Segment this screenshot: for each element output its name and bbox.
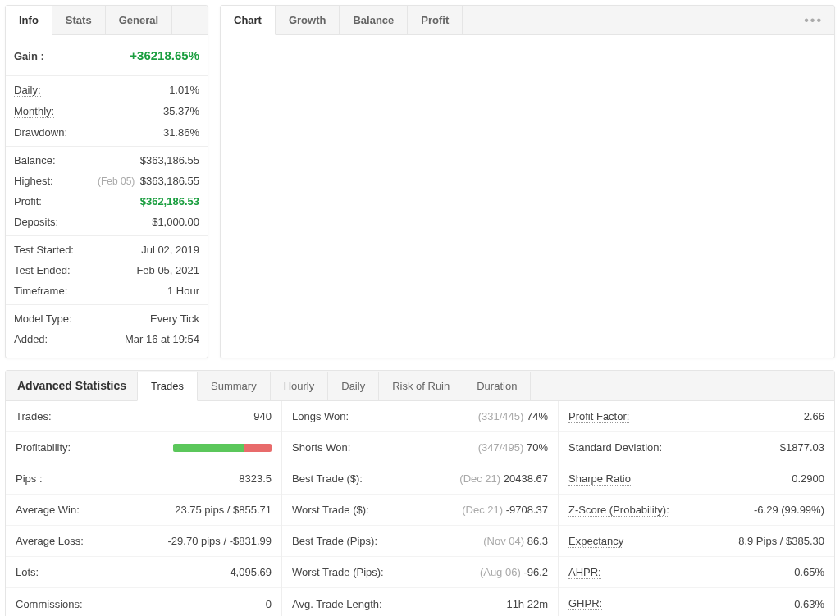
info-row-value: Every Tick (150, 313, 199, 325)
info-row-value: $1,000.00 (152, 216, 199, 228)
profitability-bar (173, 444, 272, 452)
info-row-label: Test Started: (14, 244, 74, 256)
stat-muted: (Aug 06) (480, 566, 523, 578)
adv-tab-riskofruin[interactable]: Risk of Ruin (378, 372, 463, 400)
info-row: Test Started:Jul 02, 2019 (14, 240, 199, 260)
advanced-statistics-panel: Advanced Statistics Trades Summary Hourl… (5, 370, 835, 616)
stat-row: Average Loss:-29.70 pips / -$831.99 (6, 526, 281, 557)
info-row: Profit:$362,186.53 (14, 191, 199, 212)
chart-area (221, 35, 834, 347)
adv-tab-trades[interactable]: Trades (137, 372, 198, 401)
stat-label: Longs Won: (292, 410, 349, 422)
stat-row: Average Win:23.75 pips / $855.71 (6, 495, 281, 526)
stat-row: Shorts Won:(347/495) 70% (282, 432, 558, 463)
stat-muted: (331/445) (478, 410, 527, 422)
stat-label: AHPR: (568, 566, 601, 579)
stat-muted: (Dec 21) (459, 472, 503, 485)
stat-row: Worst Trade (Pips):(Aug 06) -96.2 (282, 557, 558, 588)
stat-value: 23.75 pips / $855.71 (175, 504, 272, 516)
stat-label: Commissions: (16, 598, 83, 610)
stat-muted: (Dec 21) (462, 504, 505, 516)
info-row-date: (Feb 05) (98, 176, 138, 187)
stat-value: 0.65% (794, 566, 824, 578)
gain-label: Gain : (14, 50, 44, 62)
info-row-value: (Feb 05) $363,186.55 (98, 175, 199, 187)
adv-tab-summary[interactable]: Summary (197, 372, 271, 400)
info-row-label: Deposits: (14, 216, 58, 228)
adv-col-1: Trades:940Profitability:Pips :8323.5Aver… (6, 401, 282, 616)
stat-label: Average Loss: (16, 535, 84, 547)
adv-tab-duration[interactable]: Duration (463, 372, 531, 400)
stat-value: 940 (253, 410, 272, 422)
info-row: Drawdown:31.86% (14, 122, 199, 143)
info-row-label: Monthly: (14, 105, 54, 118)
stat-value: (Aug 06) -96.2 (480, 566, 548, 578)
stat-label: Worst Trade ($): (292, 504, 369, 516)
info-row-label: Test Ended: (14, 264, 71, 276)
stat-value: (Dec 21) 20438.67 (459, 472, 548, 485)
stat-row: Best Trade ($):(Dec 21) 20438.67 (282, 463, 558, 495)
stat-value: (Nov 04) 86.3 (483, 535, 548, 547)
chart-panel: Chart Growth Balance Profit ••• (220, 5, 835, 358)
info-row-value: 31.86% (163, 126, 199, 139)
adv-col-3: Profit Factor:2.66Standard Deviation:$18… (559, 401, 834, 616)
info-row: Daily:1.01% (14, 80, 199, 101)
info-row: Timeframe:1 Hour (14, 281, 199, 301)
tab-info[interactable]: Info (6, 6, 52, 35)
stat-value: $1877.03 (780, 441, 824, 454)
stat-label: GHPR: (568, 597, 602, 610)
more-icon[interactable]: ••• (792, 8, 834, 33)
stat-row: Worst Trade ($):(Dec 21) -9708.37 (282, 495, 558, 526)
stat-label: Worst Trade (Pips): (292, 566, 384, 578)
adv-tab-daily[interactable]: Daily (327, 372, 379, 400)
info-row-value: 35.37% (163, 105, 199, 117)
stat-label: Sharpe Ratio (568, 472, 631, 486)
stat-value: (Dec 21) -9708.37 (462, 504, 548, 516)
stat-row: Standard Deviation:$1877.03 (559, 432, 834, 463)
info-row-label: Timeframe: (14, 285, 67, 297)
tab-balance[interactable]: Balance (340, 6, 408, 34)
info-row-label: Drawdown: (14, 126, 67, 139)
stat-value: 8.9 Pips / $385.30 (738, 535, 824, 547)
info-row-value: 1.01% (169, 84, 199, 96)
stat-label: Shorts Won: (292, 441, 350, 454)
stat-value: (331/445) 74% (478, 410, 548, 422)
chart-tabs: Chart Growth Balance Profit ••• (221, 6, 834, 35)
stat-value: 4,095.69 (230, 566, 272, 578)
stat-row: Lots:4,095.69 (6, 557, 281, 588)
stat-row: Z-Score (Probability):-6.29 (99.99%) (559, 495, 834, 526)
tab-general[interactable]: General (106, 6, 172, 34)
stat-row: Pips :8323.5 (6, 463, 281, 495)
info-row-value: 1 Hour (167, 285, 199, 297)
stat-label: Lots: (16, 566, 39, 578)
tab-growth[interactable]: Growth (276, 6, 340, 34)
stat-label: Avg. Trade Length: (292, 598, 382, 610)
info-row: Test Ended:Feb 05, 2021 (14, 260, 199, 281)
stat-value: 0.2900 (792, 472, 824, 485)
info-row: Monthly:35.37% (14, 101, 199, 122)
info-panel: Info Stats General Gain : +36218.65% Dai… (5, 5, 208, 358)
stat-row: Profitability: (6, 432, 281, 463)
info-row-value: Mar 16 at 19:54 (125, 333, 199, 345)
gain-value: +36218.65% (130, 48, 199, 62)
tab-profit[interactable]: Profit (408, 6, 463, 34)
info-row-label: Added: (14, 333, 48, 345)
stat-row: Profit Factor:2.66 (559, 401, 834, 432)
stat-value: 0.63% (794, 598, 824, 610)
adv-tab-hourly[interactable]: Hourly (270, 372, 329, 400)
advanced-header: Advanced Statistics Trades Summary Hourl… (6, 371, 834, 401)
info-row: Highest:(Feb 05) $363,186.55 (14, 171, 199, 191)
tab-stats[interactable]: Stats (52, 6, 106, 34)
info-row-label: Balance: (14, 154, 56, 167)
tab-chart[interactable]: Chart (221, 6, 276, 35)
info-row-label: Profit: (14, 195, 42, 208)
info-row-label: Highest: (14, 175, 53, 187)
info-row-value: $363,186.55 (140, 154, 199, 167)
info-row: Deposits:$1,000.00 (14, 212, 199, 232)
info-row: Model Type:Every Tick (14, 308, 199, 329)
info-row-label: Model Type: (14, 313, 72, 325)
info-row: Balance:$363,186.55 (14, 150, 199, 171)
stat-muted: (Nov 04) (483, 535, 527, 547)
stat-label: Pips : (16, 472, 43, 485)
stat-row: Longs Won:(331/445) 74% (282, 401, 558, 432)
